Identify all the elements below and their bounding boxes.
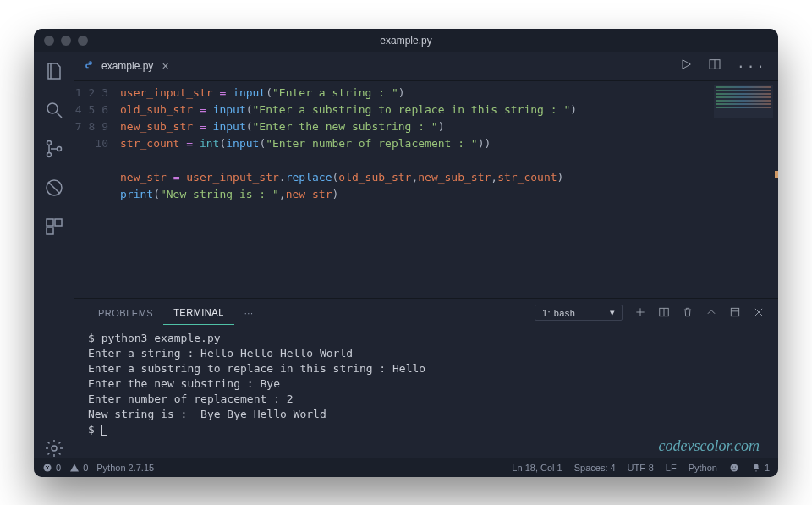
svg-point-13 [730,464,738,471]
status-feedback-icon[interactable] [729,463,739,473]
code-editor[interactable]: 1 2 3 4 5 6 7 8 9 10 user_input_str = in… [74,81,778,298]
close-panel-icon[interactable] [753,306,765,320]
overview-ruler-marker [775,171,778,178]
new-terminal-icon[interactable] [634,306,646,320]
tab-example-py[interactable]: example.py × [74,52,179,80]
search-icon[interactable] [44,100,64,120]
status-language[interactable]: Python [689,463,717,473]
panel-tab-terminal[interactable]: TERMINAL [163,307,234,325]
maximize-panel-icon[interactable] [729,306,741,320]
panel-toolbar: 1: bash▾ [535,305,765,321]
terminal-selector[interactable]: 1: bash▾ [535,305,623,321]
debug-icon[interactable] [44,178,64,198]
editor-group: example.py × ··· 1 2 3 4 5 6 7 8 9 10 us… [74,52,778,458]
svg-rect-6 [55,219,62,226]
svg-point-8 [52,446,57,451]
editor-window: example.py example.py × ··· [34,29,778,477]
explorer-icon[interactable] [44,61,64,81]
status-errors[interactable]: 0 [42,463,61,473]
watermark: codevscolor.com [659,437,760,455]
svg-point-1 [47,140,52,145]
svg-rect-7 [47,228,53,234]
tab-close-icon[interactable]: × [162,59,168,73]
collapse-panel-icon[interactable] [705,306,717,320]
status-warnings[interactable]: 0 [69,463,88,473]
bell-icon [751,463,761,473]
minimap[interactable] [714,85,773,118]
bottom-panel: PROBLEMS TERMINAL ··· 1: bash▾ $ python3… [74,298,778,458]
split-terminal-icon[interactable] [658,306,670,320]
line-gutter: 1 2 3 4 5 6 7 8 9 10 [74,85,120,298]
svg-point-14 [732,466,733,467]
extensions-icon[interactable] [44,217,64,237]
svg-point-15 [735,466,736,467]
status-notifications[interactable]: 1 [751,463,770,473]
status-bar: 0 0 Python 2.7.15 Ln 18, Col 1 Spaces: 4… [34,458,778,477]
split-editor-icon[interactable] [708,58,721,74]
svg-rect-5 [47,219,53,226]
tab-bar: example.py × ··· [74,52,778,81]
python-file-icon [85,60,96,72]
tab-label: example.py [102,60,153,72]
svg-rect-11 [731,308,738,316]
run-icon[interactable] [679,58,693,74]
settings-gear-icon[interactable] [44,438,64,458]
source-control-icon[interactable] [44,139,64,159]
workbench: example.py × ··· 1 2 3 4 5 6 7 8 9 10 us… [34,52,778,458]
activity-bar [34,52,74,458]
window-title: example.py [34,35,778,47]
panel-tab-bar: PROBLEMS TERMINAL ··· 1: bash▾ [74,299,778,327]
code-content: user_input_str = input("Enter a string :… [120,85,778,298]
panel-tab-more[interactable]: ··· [234,308,264,318]
editor-toolbar: ··· [679,52,778,80]
error-icon [42,463,52,473]
warning-icon [69,463,80,473]
title-bar: example.py [34,29,778,52]
panel-tab-problems[interactable]: PROBLEMS [88,308,163,318]
svg-point-2 [47,152,52,156]
kill-terminal-icon[interactable] [682,306,694,320]
status-cursor-position[interactable]: Ln 18, Col 1 [512,463,562,473]
svg-point-0 [47,103,58,113]
status-indent[interactable]: Spaces: 4 [574,463,616,473]
terminal-cursor [102,425,107,436]
more-actions-icon[interactable]: ··· [737,58,766,74]
svg-point-3 [58,146,62,151]
status-python-version[interactable]: Python 2.7.15 [96,463,154,473]
status-eol[interactable]: LF [666,463,677,473]
status-encoding[interactable]: UTF-8 [628,463,654,473]
